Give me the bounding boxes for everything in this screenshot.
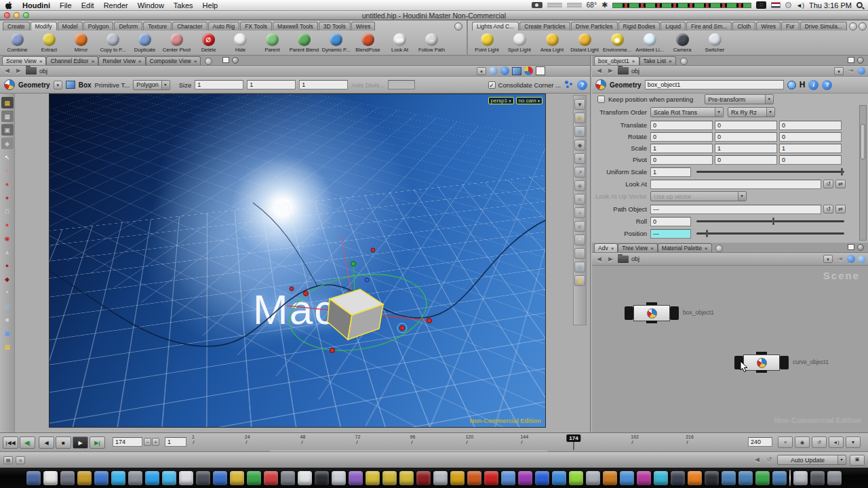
display-options-icon[interactable] (524, 66, 533, 75)
viewport-tool-icon[interactable]: ↗ (574, 167, 585, 178)
viewport-tool-icon[interactable]: ◆ (574, 140, 585, 150)
position-slider[interactable] (696, 232, 844, 235)
rotate-z-field[interactable] (779, 132, 842, 142)
network-path[interactable]: obj (631, 68, 639, 75)
viewport-tool-icon[interactable]: + (574, 207, 585, 218)
translate-x-field[interactable] (650, 121, 713, 130)
curve-point[interactable] (371, 248, 375, 252)
shelf-tool[interactable]: Ambient Li... (633, 32, 666, 53)
shelf-tool[interactable]: Extract (33, 32, 65, 53)
path-object-field[interactable] (650, 205, 821, 214)
pane-menu-button[interactable] (680, 58, 688, 65)
consolidate-checkbox[interactable]: ✓ (488, 81, 496, 89)
playbar-option-icon[interactable]: ◄) (829, 436, 844, 448)
shelf-tab[interactable]: Fire and Sm... (686, 22, 732, 30)
pane-tab[interactable]: Material Palette (658, 243, 712, 252)
playbar-option-icon[interactable]: ◉ (795, 436, 810, 448)
shelf-tool[interactable]: Hide (224, 32, 256, 53)
spotlight-icon[interactable] (856, 2, 863, 8)
viewport-tool-icon[interactable]: ◎ (574, 262, 585, 272)
playbar-option-icon[interactable]: ↺ (812, 436, 827, 448)
curve-point[interactable] (400, 326, 405, 331)
info-icon[interactable]: i (808, 80, 818, 90)
undo-icon[interactable]: ◀ (753, 456, 762, 464)
tool-icon[interactable]: ▦ (1, 341, 14, 352)
node-flag-right[interactable] (670, 306, 679, 320)
dock-icon[interactable] (688, 471, 702, 485)
viewport-3d[interactable]: Mac (49, 94, 546, 428)
viewport-tool-icon[interactable]: ▣ (574, 275, 585, 286)
viewport-lookthrough-menu[interactable]: no cam ▾ (516, 97, 542, 104)
shelf-tab[interactable]: Create Particles (519, 22, 570, 30)
translate-z-field[interactable] (779, 121, 842, 130)
shelf-tool[interactable]: Combine (1, 32, 33, 53)
rotate-y-field[interactable] (715, 132, 777, 142)
shelf-tab[interactable]: Wires (351, 22, 376, 30)
shelf-tool[interactable]: Point Light (471, 32, 503, 53)
jump-start-button[interactable]: |◀◀ (3, 436, 18, 449)
search-icon[interactable] (858, 256, 865, 263)
stepper-icon[interactable]: ▾ (766, 108, 774, 117)
dock-icon[interactable] (162, 471, 176, 485)
op-jump-icon[interactable]: ↺ (823, 180, 833, 188)
dock-icon[interactable] (569, 471, 583, 485)
x-handle-tip[interactable] (427, 319, 432, 323)
tool-icon[interactable]: □ (1, 205, 14, 217)
shelf-tool[interactable]: Spot Light (503, 32, 536, 53)
menu-houdini[interactable]: Houdini (22, 1, 50, 9)
shelf-tab[interactable]: Wires (756, 22, 781, 30)
look-at-field[interactable] (650, 180, 821, 189)
target-icon[interactable] (787, 81, 796, 89)
dock-icon[interactable] (26, 471, 41, 485)
dock-icon[interactable] (145, 471, 159, 485)
network-node[interactable]: box_object1 (625, 304, 691, 322)
network-editor[interactable]: Scene box_object1 c (592, 266, 868, 432)
shelf-tab[interactable]: Drive Simula... (800, 22, 847, 30)
dock-icon[interactable] (810, 471, 825, 485)
tool-icon[interactable]: ● (1, 219, 14, 230)
keep-position-checkbox[interactable] (597, 96, 605, 103)
pane-tab[interactable]: Tree View (618, 243, 657, 252)
slider-handle[interactable] (841, 168, 843, 176)
tool-icon[interactable]: ◆ (1, 273, 14, 285)
orbit-icon[interactable] (489, 66, 498, 75)
shelf-tool[interactable]: oo Look At (384, 32, 416, 53)
forward-icon[interactable]: ▶ (14, 67, 23, 75)
shelf-tab[interactable]: Modify (31, 22, 57, 30)
op-select-icon[interactable]: ⇄ (835, 205, 846, 214)
dock-icon[interactable] (603, 471, 617, 485)
tool-icon[interactable]: ▦ (1, 110, 14, 122)
pretransform-menu[interactable]: Pre-transform▾ (705, 94, 774, 104)
dock-icon[interactable] (416, 471, 431, 485)
close-icon[interactable] (194, 58, 197, 64)
tool-icon[interactable]: ◉ (1, 232, 14, 244)
roll-field[interactable] (650, 217, 691, 226)
close-icon[interactable] (92, 58, 95, 64)
close-icon[interactable] (650, 245, 654, 251)
frame-ruler[interactable]: 124487296120144192216 174 (192, 434, 741, 451)
pivot-y-field[interactable] (715, 155, 777, 165)
tool-icon[interactable]: ◆ (1, 138, 14, 149)
dock-icon[interactable] (111, 471, 125, 485)
op-dropdown-icon[interactable]: ▾ (54, 81, 62, 89)
menu-help[interactable]: Help (203, 1, 218, 9)
shelf-tab[interactable]: Create (3, 22, 30, 30)
node-output-connector[interactable] (756, 370, 767, 373)
node-body[interactable] (633, 305, 670, 321)
shelf-tool[interactable]: Area Light (536, 32, 568, 53)
dock-icon[interactable] (382, 471, 397, 485)
keyboard-indicator-icon[interactable]: ∷ (756, 1, 766, 9)
dock-icon[interactable] (620, 471, 634, 485)
shelf-tab[interactable]: Fur (781, 22, 800, 30)
op-jump-icon[interactable]: ↺ (823, 205, 833, 214)
shelf-left-menu-button[interactable] (454, 22, 462, 30)
slider-handle[interactable] (706, 230, 708, 237)
split-pane-icon[interactable] (857, 57, 864, 64)
tool-icon[interactable]: ● (1, 260, 14, 271)
dock-icon[interactable] (298, 471, 312, 485)
viewport-tool-icon[interactable]: ■ (574, 221, 585, 232)
houdini-engine-icon[interactable]: H (800, 80, 806, 89)
maximize-pane-icon[interactable] (848, 244, 854, 250)
curve-point[interactable] (304, 291, 309, 296)
dock-icon[interactable] (738, 471, 753, 485)
